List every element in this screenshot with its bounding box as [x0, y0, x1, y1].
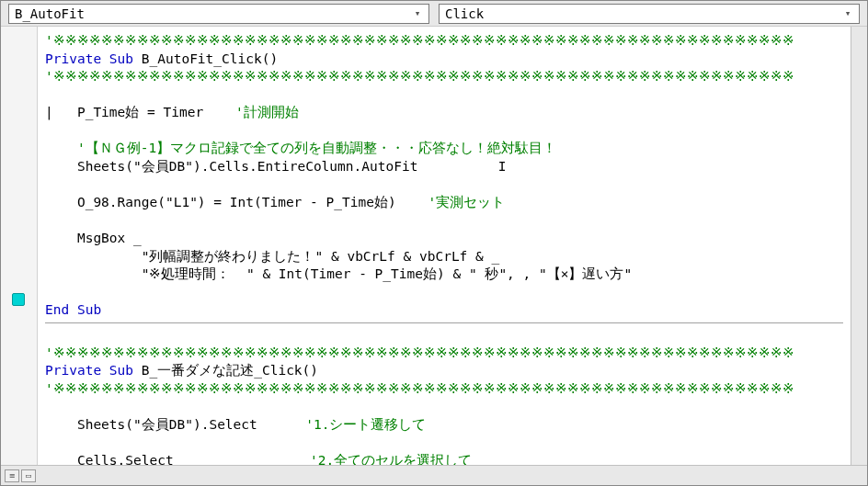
full-module-view-button[interactable]: ▭ [21, 469, 36, 482]
code-comment: '2.全てのセルを選択して [310, 453, 472, 465]
code-keyword: End Sub [45, 302, 101, 317]
text-cursor: I [417, 159, 506, 174]
object-combobox-value: B_AutoFit [15, 6, 85, 21]
bookmark-marker[interactable] [12, 293, 25, 306]
object-combobox[interactable]: B_AutoFit ▾ [8, 4, 429, 24]
code-text: Cells.Select [45, 453, 310, 465]
code-editor[interactable]: '※※※※※※※※※※※※※※※※※※※※※※※※※※※※※※※※※※※※※※※… [38, 27, 851, 465]
chevron-down-icon: ▾ [840, 7, 855, 19]
code-text: MsgBox _ [45, 231, 142, 245]
vertical-scrollbar[interactable] [851, 27, 867, 465]
toolbar: B_AutoFit ▾ Click ▾ [1, 1, 867, 27]
code-comment: '※※※※※※※※※※※※※※※※※※※※※※※※※※※※※※※※※※※※※※※… [45, 381, 794, 396]
procedure-combobox[interactable]: Click ▾ [439, 4, 860, 24]
code-text: Sheets("会員DB").Select [45, 417, 305, 432]
editor-wrap: '※※※※※※※※※※※※※※※※※※※※※※※※※※※※※※※※※※※※※※※… [1, 27, 867, 465]
vbe-window: B_AutoFit ▾ Click ▾ '※※※※※※※※※※※※※※※※※※※… [0, 0, 868, 486]
code-text: Sheets("会員DB").Cells.EntireColumn.AutoFi… [45, 159, 417, 174]
code-comment: '※※※※※※※※※※※※※※※※※※※※※※※※※※※※※※※※※※※※※※※… [45, 345, 794, 360]
margin-indicator-column[interactable] [1, 27, 38, 465]
code-comment: '1.シート遷移して [305, 417, 426, 432]
code-keyword: Private Sub [45, 51, 133, 66]
code-comment: '※※※※※※※※※※※※※※※※※※※※※※※※※※※※※※※※※※※※※※※… [45, 69, 794, 84]
code-comment: '※※※※※※※※※※※※※※※※※※※※※※※※※※※※※※※※※※※※※※※… [45, 33, 794, 48]
procedure-view-button[interactable]: ≡ [5, 469, 19, 482]
code-text: O_98.Range("L1") = Int(Timer - P_Time始) [45, 195, 428, 209]
code-text: "列幅調整が終わりました！" & vbCrLf & vbCrLf & _ [45, 249, 499, 264]
code-comment: '実測セット [428, 195, 506, 209]
view-mode-bar: ≡ ▭ [1, 465, 867, 485]
code-keyword: Private Sub [45, 363, 133, 378]
code-text: "※処理時間： " & Int(Timer - P_Time始) & " 秒",… [45, 266, 632, 281]
code-comment: '計測開始 [235, 105, 299, 119]
procedure-separator [45, 322, 843, 323]
code-comment: '【ＮＧ例-1】マクロ記録で全ての列を自動調整・・・応答なし！絶対駄目！ [45, 141, 556, 155]
procedure-combobox-value: Click [445, 6, 484, 21]
code-text: B_AutoFit_Click() [133, 51, 278, 66]
code-text: | P_Time始 = Timer [45, 105, 235, 119]
chevron-down-icon: ▾ [410, 7, 425, 19]
code-text: B_一番ダメな記述_Click() [133, 363, 318, 378]
